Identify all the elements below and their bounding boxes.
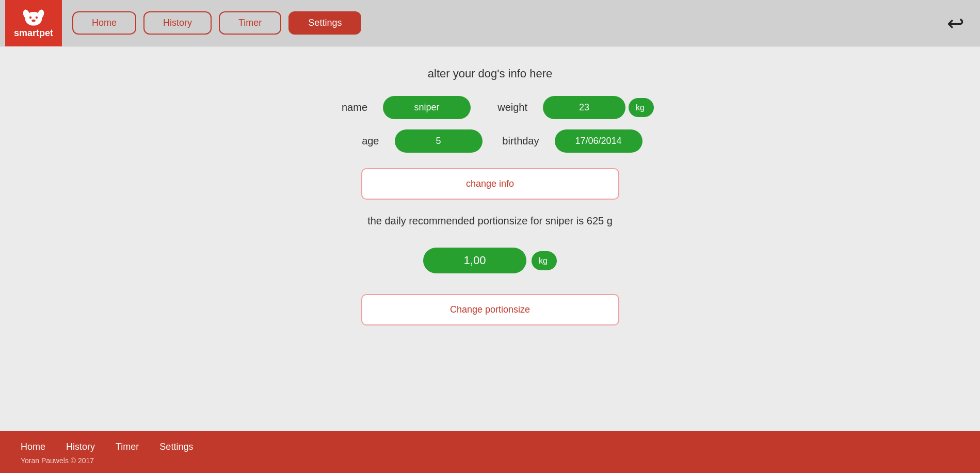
nav-timer[interactable]: Timer [219, 11, 281, 35]
nav-history[interactable]: History [143, 11, 212, 35]
portion-row: 1,00 kg g lbs [423, 248, 557, 273]
weight-label: weight [486, 102, 527, 113]
birthday-label: birthday [498, 135, 539, 147]
svg-point-4 [36, 17, 38, 19]
weight-unit-select[interactable]: kg lbs [629, 98, 654, 117]
footer-history[interactable]: History [66, 442, 95, 452]
navbar: smartpet Home History Timer Settings ↩ [0, 0, 980, 46]
age-birthday-row: age 5 birthday 17/06/2014 [310, 129, 671, 153]
app-name: smartpet [14, 28, 53, 39]
age-input[interactable]: 5 [395, 129, 483, 153]
nav-settings[interactable]: Settings [288, 11, 361, 35]
change-portionsize-button[interactable]: Change portionsize [361, 294, 619, 325]
nav-buttons: Home History Timer Settings [72, 11, 361, 35]
name-input[interactable]: sniper [383, 96, 471, 119]
main-content: alter your dog's info here name sniper w… [0, 46, 980, 431]
logo: smartpet [5, 0, 62, 46]
svg-point-3 [29, 17, 31, 19]
change-info-button[interactable]: change info [361, 168, 619, 200]
copyright: Yoran Pauwels © 2017 [21, 456, 959, 465]
portion-section: the daily recommended portionsize for sn… [310, 215, 671, 325]
dog-icon [21, 7, 46, 28]
portion-unit-select[interactable]: kg g lbs [532, 251, 557, 270]
weight-group: 23 kg lbs [543, 96, 654, 119]
dog-info-form: name sniper weight 23 kg lbs age 5 birth… [310, 96, 671, 200]
nav-home[interactable]: Home [72, 11, 136, 35]
weight-input[interactable]: 23 [543, 96, 625, 119]
age-label: age [338, 135, 379, 147]
back-button[interactable]: ↩ [947, 11, 965, 35]
portion-input[interactable]: 1,00 [423, 248, 526, 273]
footer-links: Home History Timer Settings [21, 442, 959, 452]
svg-point-5 [31, 20, 35, 22]
name-label: name [326, 102, 367, 113]
section-title: alter your dog's info here [428, 67, 552, 80]
footer-settings[interactable]: Settings [159, 442, 193, 452]
footer: Home History Timer Settings Yoran Pauwel… [0, 431, 980, 473]
birthday-input[interactable]: 17/06/2014 [555, 129, 642, 153]
name-weight-row: name sniper weight 23 kg lbs [310, 96, 671, 119]
footer-home[interactable]: Home [21, 442, 45, 452]
footer-timer[interactable]: Timer [116, 442, 139, 452]
recommendation-text: the daily recommended portionsize for sn… [367, 215, 613, 227]
